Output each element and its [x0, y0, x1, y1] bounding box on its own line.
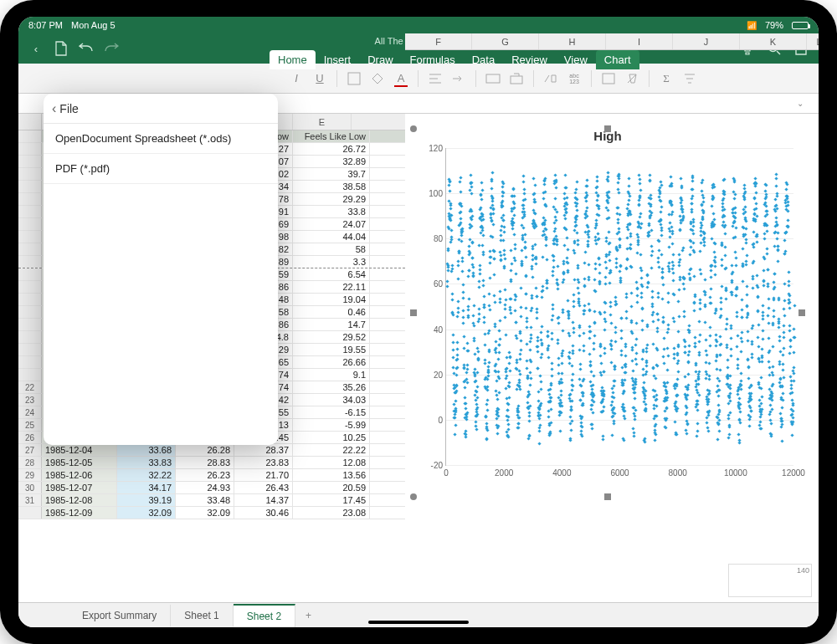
separator [475, 70, 476, 87]
separator [591, 70, 592, 87]
table-row[interactable]: 271985-12-0433.6826.2828.3722.22 [18, 444, 405, 457]
resize-handle[interactable] [604, 493, 611, 500]
svg-rect-4 [603, 74, 614, 84]
insert-icon[interactable] [506, 69, 526, 89]
status-date: Mon Aug 5 [71, 20, 116, 30]
tab-draw[interactable]: Draw [359, 50, 401, 69]
svg-rect-1 [348, 73, 360, 84]
tab-view[interactable]: View [556, 50, 596, 69]
undo-icon[interactable] [77, 39, 95, 58]
table-row[interactable]: 301985-12-0734.1724.9326.4320.59 [18, 482, 405, 494]
resize-handle[interactable] [410, 493, 417, 500]
sheet-tab-sheet1[interactable]: Sheet 1 [171, 605, 233, 626]
resize-handle[interactable] [798, 309, 805, 316]
chevron-left-icon[interactable]: ‹ [52, 101, 56, 116]
battery-icon [792, 22, 809, 29]
y-tick: 0 [421, 415, 443, 424]
battery-percent: 79% [765, 20, 783, 30]
tab-review[interactable]: Review [503, 50, 556, 69]
col-l-header[interactable]: L [807, 33, 819, 49]
x-tick: 0 [444, 468, 449, 478]
col-j-header[interactable]: J [673, 33, 740, 49]
y-tick: 60 [421, 279, 443, 289]
svg-rect-2 [486, 74, 500, 83]
sort-filter-icon[interactable] [680, 69, 700, 89]
col-f-header[interactable]: F [405, 33, 472, 49]
popover-header[interactable]: ‹ File [44, 94, 278, 124]
align-icon[interactable] [425, 69, 445, 89]
separator [336, 70, 337, 87]
autosum-icon[interactable]: Σ [656, 69, 676, 89]
number-format-icon[interactable] [541, 69, 561, 89]
secondary-chart-box[interactable]: 140 [728, 564, 812, 597]
secondary-chart-label: 140 [797, 566, 809, 575]
tab-home[interactable]: Home [270, 50, 316, 69]
ribbon-tabs: Home Insert Draw Formulas Data Review Vi… [270, 50, 639, 69]
y-tick: 20 [421, 370, 443, 379]
status-bar: 8:07 PM Mon Aug 5 79% [18, 17, 819, 33]
x-tick: 4000 [552, 468, 571, 478]
italic-button[interactable]: I [286, 69, 306, 89]
export-pdf-item[interactable]: PDF (*.pdf) [44, 154, 278, 184]
y-tick: 80 [421, 234, 443, 243]
add-sheet-button[interactable]: + [295, 605, 321, 626]
y-tick: 100 [421, 189, 443, 198]
export-ods-item[interactable]: OpenDocument Spreadsheet (*.ods) [44, 124, 278, 154]
cell-style-icon[interactable] [598, 69, 619, 89]
wifi-icon [747, 20, 757, 30]
x-tick: 2000 [495, 468, 513, 478]
tab-chart[interactable]: Chart [596, 50, 639, 69]
back-icon[interactable]: ‹ [27, 39, 45, 58]
separator [418, 70, 418, 87]
separator [533, 70, 534, 87]
col-k-header[interactable]: K [740, 33, 807, 49]
home-indicator[interactable] [368, 621, 469, 624]
resize-handle[interactable] [410, 309, 417, 316]
expand-formula-icon[interactable]: ⌄ [797, 99, 804, 108]
col-i-header[interactable]: I [606, 33, 673, 49]
svg-rect-3 [511, 76, 522, 84]
popover-back-label[interactable]: File [59, 102, 79, 115]
font-color-icon[interactable]: A [391, 69, 411, 89]
border-icon[interactable] [344, 69, 364, 89]
x-tick: 6000 [610, 468, 629, 478]
x-tick: 8000 [669, 468, 687, 478]
x-tick: 12000 [782, 468, 805, 478]
clear-icon[interactable] [622, 69, 642, 89]
sheet-tab-export-summary[interactable]: Export Summary [69, 605, 171, 626]
sheet-tab-sheet2[interactable]: Sheet 2 [234, 604, 295, 627]
file-export-popover: ‹ File OpenDocument Spreadsheet (*.ods) … [44, 94, 278, 445]
tab-data[interactable]: Data [464, 50, 503, 69]
merge-icon[interactable] [483, 69, 503, 89]
underline-button[interactable]: U [310, 69, 330, 89]
chart-object[interactable]: High -2002040608010012002000400060008000… [413, 129, 802, 497]
table-row[interactable]: 281985-12-0533.8328.8323.8312.08 [18, 457, 405, 469]
y-tick: 40 [421, 325, 443, 334]
x-tick: 10000 [724, 468, 747, 478]
resize-handle[interactable] [604, 125, 611, 132]
col-g-header[interactable]: G [472, 33, 539, 49]
table-row[interactable]: 311985-12-0839.1933.4814.3717.45 [18, 494, 405, 507]
chart-plot[interactable]: -200204060801001200200040006000800010000… [445, 148, 793, 466]
fill-color-icon[interactable] [367, 69, 388, 89]
y-tick: -20 [421, 461, 443, 470]
col-h-header[interactable]: H [539, 33, 606, 49]
tab-formulas[interactable]: Formulas [402, 50, 464, 69]
resize-handle[interactable] [410, 125, 417, 132]
text-direction-icon[interactable] [449, 69, 469, 89]
chart-area: F G H I J K L High -20020406080100 [405, 114, 819, 602]
table-row[interactable]: 291985-12-0632.2226.2321.7013.56 [18, 469, 405, 482]
abc-icon[interactable]: abc123 [564, 69, 584, 89]
file-icon[interactable] [52, 39, 70, 58]
separator [649, 70, 650, 87]
col-e-header[interactable]: E [293, 114, 352, 130]
tab-insert[interactable]: Insert [316, 50, 360, 69]
redo-icon[interactable] [102, 39, 121, 58]
table-row[interactable]: 1985-12-0932.0932.0930.4623.08 [18, 507, 405, 519]
y-tick: 120 [421, 144, 443, 153]
status-time: 8:07 PM [28, 20, 63, 30]
col-e-title: Feels Like Low [293, 130, 370, 142]
